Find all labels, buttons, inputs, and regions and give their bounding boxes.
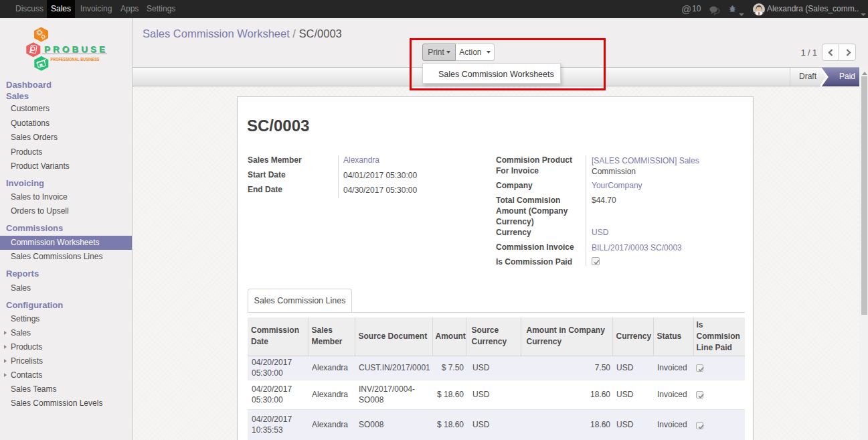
svg-text:PROFESSIONAL BUSINESS: PROFESSIONAL BUSINESS <box>51 56 100 62</box>
svg-text:PROBUSE: PROBUSE <box>44 44 105 54</box>
